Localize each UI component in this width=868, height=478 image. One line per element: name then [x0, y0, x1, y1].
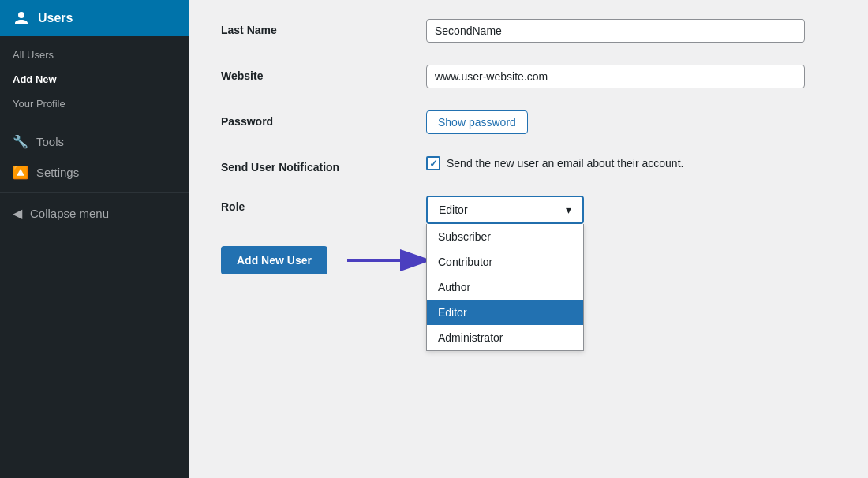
chevron-down-icon: ▾: [566, 204, 571, 216]
sidebar-item-your-profile[interactable]: Your Profile: [0, 91, 189, 116]
sidebar-users-header: Users: [0, 0, 189, 36]
role-select[interactable]: Editor ▾: [426, 196, 584, 224]
role-option-author[interactable]: Author: [427, 274, 583, 300]
sidebar-item-tools[interactable]: 🔧 Tools: [0, 126, 189, 157]
website-control: [426, 65, 836, 88]
sidebar-item-add-new[interactable]: Add New: [0, 67, 189, 91]
collapse-icon: ◀: [13, 206, 22, 221]
role-label: Role: [221, 196, 410, 213]
main-content: Last Name Website Password Show password…: [189, 0, 868, 478]
last-name-control: [426, 19, 836, 43]
password-label: Password: [221, 110, 410, 128]
password-row: Password Show password: [221, 110, 836, 134]
show-password-button[interactable]: Show password: [426, 110, 528, 134]
role-control: Editor ▾ Subscriber Contributor Author E…: [426, 196, 836, 224]
role-option-contributor[interactable]: Contributor: [427, 249, 583, 274]
role-selected-value: Editor: [439, 204, 468, 216]
notification-checkbox-label: Send the new user an email about their a…: [447, 157, 683, 170]
users-icon: [13, 9, 30, 27]
website-label: Website: [221, 65, 410, 82]
role-dropdown-menu: Subscriber Contributor Author Editor Adm…: [426, 224, 584, 351]
sidebar-divider-2: [0, 192, 189, 193]
last-name-input[interactable]: [426, 19, 805, 43]
role-option-subscriber[interactable]: Subscriber: [427, 224, 583, 249]
last-name-label: Last Name: [221, 19, 410, 36]
check-mark: ✓: [429, 159, 438, 169]
sidebar-item-settings[interactable]: 🔼 Settings: [0, 157, 189, 188]
website-row: Website: [221, 65, 836, 88]
settings-icon: 🔼: [13, 165, 28, 180]
tools-icon: 🔧: [13, 134, 28, 149]
role-row: Role Editor ▾ Subscriber Contributor Aut…: [221, 196, 836, 224]
sidebar-item-all-users[interactable]: All Users: [0, 43, 189, 67]
role-dropdown-container: Editor ▾ Subscriber Contributor Author E…: [426, 196, 584, 224]
password-control: Show password: [426, 110, 836, 134]
collapse-label: Collapse menu: [30, 207, 109, 220]
notification-checkbox-row: ✓ Send the new user an email about their…: [426, 156, 836, 170]
last-name-row: Last Name: [221, 19, 836, 43]
sidebar-collapse[interactable]: ◀ Collapse menu: [0, 198, 189, 229]
tools-label: Tools: [36, 135, 64, 148]
sidebar: Users All Users Add New Your Profile 🔧 T…: [0, 0, 189, 478]
arrow-container: [343, 248, 438, 272]
sidebar-nav: All Users Add New Your Profile 🔧 Tools 🔼…: [0, 36, 189, 235]
sidebar-divider-1: [0, 121, 189, 121]
notification-label: Send User Notification: [221, 156, 410, 174]
notification-row: Send User Notification ✓ Send the new us…: [221, 156, 836, 174]
notification-control: ✓ Send the new user an email about their…: [426, 156, 836, 170]
website-input[interactable]: [426, 65, 805, 88]
notification-checkbox[interactable]: ✓: [426, 156, 440, 170]
add-new-user-button[interactable]: Add New User: [221, 246, 327, 274]
role-option-administrator[interactable]: Administrator: [427, 325, 583, 350]
role-option-editor[interactable]: Editor: [427, 300, 583, 325]
sidebar-title: Users: [38, 11, 73, 25]
settings-label: Settings: [36, 166, 79, 179]
arrow-icon: [343, 248, 438, 272]
